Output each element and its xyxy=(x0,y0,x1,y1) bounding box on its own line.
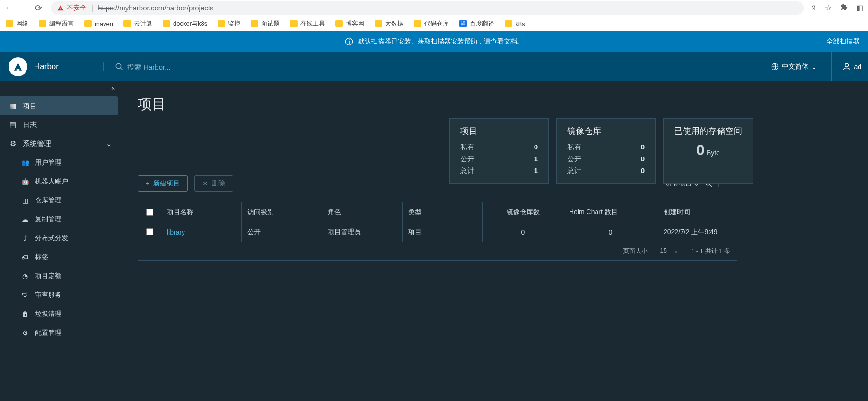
users-icon: 👥 xyxy=(21,159,29,166)
col-helm[interactable]: Helm Chart 数目 xyxy=(563,202,658,222)
col-role[interactable]: 角色 xyxy=(322,202,402,222)
sidebar-item-projects[interactable]: ▦ 项目 xyxy=(0,96,118,115)
chevron-down-icon: ⌄ xyxy=(811,63,817,70)
bookmark-item[interactable]: 面试题 xyxy=(251,19,280,28)
tag-icon: 🏷 xyxy=(21,253,29,261)
robot-icon: 🤖 xyxy=(21,178,29,185)
language-label: 中文简体 xyxy=(782,62,808,71)
forward-icon[interactable]: → xyxy=(20,3,28,13)
cell-repo: 0 xyxy=(482,222,563,242)
delete-button[interactable]: ✕ 删除 xyxy=(194,175,233,192)
star-icon[interactable]: ☆ xyxy=(825,3,832,12)
insecure-warning: 不安全 xyxy=(57,4,87,12)
page-size-selector[interactable]: 15⌄ xyxy=(657,247,681,255)
projects-table: 项目名称 访问级别 角色 类型 镜像仓库数 Helm Chart 数目 创建时间… xyxy=(138,202,737,261)
sidebar-item-logs[interactable]: ▤ 日志 xyxy=(0,115,121,134)
bookmark-item[interactable]: 代码仓库 xyxy=(414,19,449,28)
row-checkbox[interactable] xyxy=(146,228,153,235)
sidebar-item-label: 系统管理 xyxy=(23,139,51,148)
project-name-link[interactable]: library xyxy=(161,222,241,242)
col-repo[interactable]: 镜像仓库数 xyxy=(482,202,563,222)
stat-card-projects: 项目 私有0 公开1 总计1 xyxy=(449,118,549,184)
cell-time: 2022/7/2 上午9:49 xyxy=(658,222,737,242)
sidebar-item-users[interactable]: 👥用户管理 xyxy=(0,153,121,172)
sidebar-item-registries[interactable]: ◫仓库管理 xyxy=(0,191,121,210)
bookmarks-bar: 网络 编程语言 maven 云计算 docker与k8s 监控 面试题 在线工具… xyxy=(0,16,868,31)
user-menu[interactable]: ad xyxy=(831,52,861,81)
sidebar-item-config[interactable]: ⚙配置管理 xyxy=(0,323,121,342)
folder-icon xyxy=(505,20,512,27)
col-time[interactable]: 创建时间 xyxy=(658,202,737,222)
page-size-label: 页面大小 xyxy=(623,247,648,255)
bookmark-item[interactable]: maven xyxy=(84,20,113,27)
bookmark-item[interactable]: 大数据 xyxy=(375,19,403,28)
bookmark-item[interactable]: k8s xyxy=(505,20,525,27)
cube-icon: ◫ xyxy=(21,197,29,204)
sidebar-item-gc[interactable]: 🗑垃圾清理 xyxy=(0,305,121,323)
bookmark-item[interactable]: 云计算 xyxy=(123,19,152,28)
sidebar-item-labels[interactable]: 🏷标签 xyxy=(0,248,121,267)
warning-icon xyxy=(57,5,64,11)
table-header: 项目名称 访问级别 角色 类型 镜像仓库数 Helm Chart 数目 创建时间 xyxy=(138,202,737,222)
sidebar-item-label: 仓库管理 xyxy=(35,196,61,205)
svg-point-1 xyxy=(349,39,350,40)
browser-toolbar: ← → ⟳ 不安全 | https://myharbor.com/harbor/… xyxy=(0,0,868,16)
account-icon[interactable]: ◧ xyxy=(856,3,863,12)
reload-icon[interactable]: ⟳ xyxy=(35,3,42,13)
logo[interactable]: Harbor xyxy=(9,57,103,76)
cell-role: 项目管理员 xyxy=(322,222,402,242)
cell-access: 公开 xyxy=(241,222,322,242)
button-label: 删除 xyxy=(212,179,225,188)
bookmark-item[interactable]: 在线工具 xyxy=(290,19,325,28)
folder-icon xyxy=(251,20,258,27)
extensions-icon[interactable] xyxy=(840,3,848,12)
banner-docs-link[interactable]: 文档。 xyxy=(504,37,524,46)
svg-rect-2 xyxy=(349,41,350,44)
new-project-button[interactable]: + 新建项目 xyxy=(138,175,188,192)
chevron-down-icon: ⌄ xyxy=(106,139,112,148)
info-icon xyxy=(345,37,353,46)
search-input[interactable] xyxy=(127,63,269,71)
col-type[interactable]: 类型 xyxy=(402,202,482,222)
folder-icon xyxy=(375,20,382,27)
translate-icon: 译 xyxy=(459,20,467,27)
collapse-sidebar-icon[interactable]: « xyxy=(111,84,115,92)
bookmark-item[interactable]: 译百度翻译 xyxy=(459,19,494,28)
table-row[interactable]: library 公开 项目管理员 项目 0 0 2022/7/2 上午9:49 xyxy=(138,222,737,242)
sidebar-item-label: 机器人账户 xyxy=(35,177,68,186)
sidebar-item-label: 日志 xyxy=(23,121,37,130)
back-icon[interactable]: ← xyxy=(5,3,13,13)
stat-card-repos: 镜像仓库 私有0 公开0 总计0 xyxy=(556,118,656,184)
sidebar-item-label: 复制管理 xyxy=(35,215,61,224)
sidebar-item-interrogation[interactable]: 🛡审查服务 xyxy=(0,286,121,305)
global-search[interactable] xyxy=(103,62,771,71)
globe-icon xyxy=(771,62,779,71)
bookmark-item[interactable]: 监控 xyxy=(218,19,240,28)
bookmark-item[interactable]: 博客网 xyxy=(335,19,364,28)
sidebar-item-robot[interactable]: 🤖机器人账户 xyxy=(0,172,121,191)
chevron-down-icon: ⌄ xyxy=(674,247,679,254)
col-access[interactable]: 访问级别 xyxy=(241,202,322,222)
col-name[interactable]: 项目名称 xyxy=(161,202,241,222)
bookmark-item[interactable]: 编程语言 xyxy=(39,19,74,28)
sidebar-item-replication[interactable]: ☁复制管理 xyxy=(0,210,121,229)
projects-icon: ▦ xyxy=(9,102,17,110)
page-title: 项目 xyxy=(138,95,868,114)
sidebar-item-admin[interactable]: ⚙ 系统管理 ⌄ xyxy=(0,134,121,153)
page-info: 1 - 1 共计 1 条 xyxy=(691,247,730,255)
bookmark-item[interactable]: 网络 xyxy=(6,19,28,28)
share-icon[interactable]: ⇪ xyxy=(810,3,816,12)
svg-line-4 xyxy=(120,68,123,70)
select-all-checkbox[interactable] xyxy=(146,209,153,216)
sidebar-item-quotas[interactable]: ◔项目定额 xyxy=(0,267,121,286)
user-label: ad xyxy=(854,63,861,70)
url-text: https://myharbor.com/harbor/projects xyxy=(98,4,213,12)
sidebar-item-distribution[interactable]: ⤴分布式分发 xyxy=(0,229,121,248)
address-bar[interactable]: 不安全 | https://myharbor.com/harbor/projec… xyxy=(51,1,804,15)
language-selector[interactable]: 中文简体 ⌄ xyxy=(771,62,817,71)
app-header: Harbor 中文简体 ⌄ ad xyxy=(0,52,868,81)
banner-all-scanners-link[interactable]: 全部扫描器 xyxy=(826,37,859,46)
bookmark-item[interactable]: docker与k8s xyxy=(163,19,207,28)
folder-icon xyxy=(123,20,131,27)
info-banner: 默认扫描器已安装。获取扫描器安装帮助，请查看 文档。 全部扫描器 xyxy=(0,31,868,52)
